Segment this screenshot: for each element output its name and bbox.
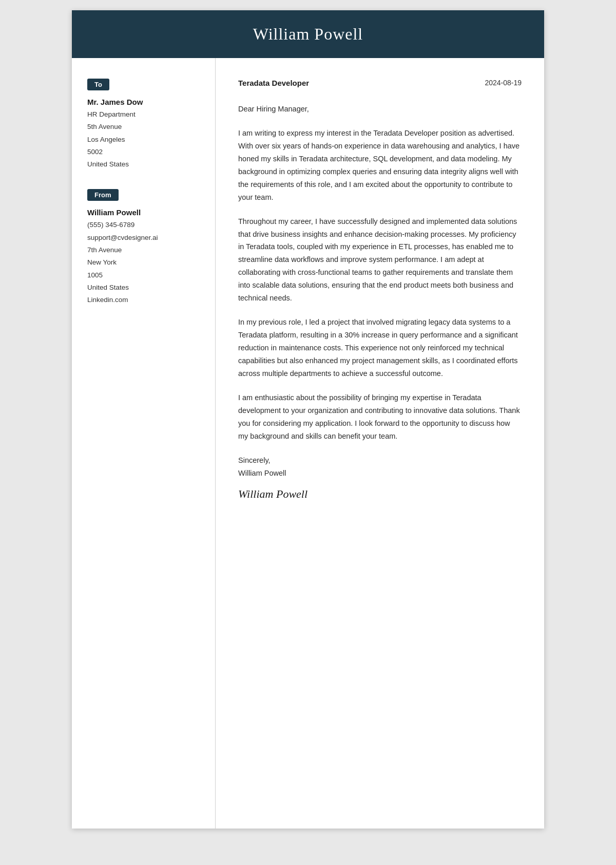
sender-phone: (555) 345-6789 [87, 219, 200, 231]
sender-street: 7th Avenue [87, 244, 200, 256]
recipient-department: HR Department [87, 108, 200, 121]
header-name: William Powell [92, 25, 524, 44]
content: To Mr. James Dow HR Department 5th Avenu… [72, 58, 544, 829]
sender-name: William Powell [87, 208, 200, 217]
recipient-country: United States [87, 158, 200, 171]
from-section: From William Powell (555) 345-6789 suppo… [87, 189, 200, 306]
page: William Powell To Mr. James Dow HR Depar… [72, 10, 544, 829]
letter-date: 2024-08-19 [485, 79, 522, 87]
sender-zip: 1005 [87, 269, 200, 281]
to-section: To Mr. James Dow HR Department 5th Avenu… [87, 79, 200, 171]
recipient-zip: 5002 [87, 146, 200, 158]
closing: Sincerely, [238, 454, 522, 467]
salutation: Dear Hiring Manager, [238, 103, 522, 116]
sender-email: support@cvdesigner.ai [87, 232, 200, 244]
sender-country: United States [87, 281, 200, 294]
recipient-city: Los Angeles [87, 134, 200, 146]
letter-header: Teradata Developer 2024-08-19 [238, 79, 522, 87]
recipient-street: 5th Avenue [87, 121, 200, 133]
to-badge: To [87, 79, 109, 90]
paragraph-3: In my previous role, I led a project tha… [238, 316, 522, 380]
job-title: Teradata Developer [238, 79, 309, 87]
signature: William Powell [238, 484, 522, 504]
recipient-name: Mr. James Dow [87, 98, 200, 106]
sender-city: New York [87, 256, 200, 269]
paragraph-1: I am writing to express my interest in t… [238, 127, 522, 204]
sender-linkedin: Linkedin.com [87, 294, 200, 306]
main-letter: Teradata Developer 2024-08-19 Dear Hirin… [216, 58, 544, 829]
header: William Powell [72, 10, 544, 58]
sender-name-closing: William Powell [238, 467, 522, 480]
from-badge: From [87, 189, 119, 201]
paragraph-2: Throughout my career, I have successfull… [238, 215, 522, 305]
signature-block: Sincerely, William Powell William Powell [238, 454, 522, 504]
sidebar: To Mr. James Dow HR Department 5th Avenu… [72, 58, 216, 829]
paragraph-4: I am enthusiastic about the possibility … [238, 391, 522, 443]
letter-body: Dear Hiring Manager, I am writing to exp… [238, 103, 522, 504]
